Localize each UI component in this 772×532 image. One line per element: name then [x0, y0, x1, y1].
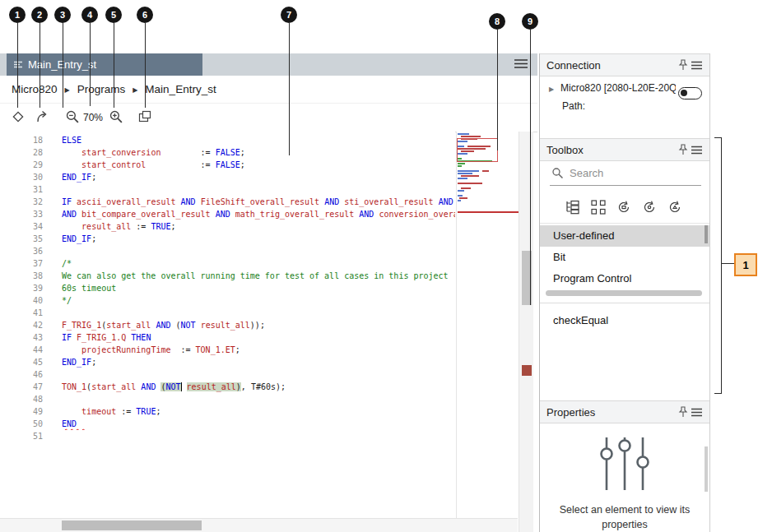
properties-empty-message: Select an element to view its: [540, 504, 709, 516]
code-line[interactable]: 32IF ascii_overall_result AND FileShift_…: [0, 196, 455, 208]
toolbox-panel-title: Toolbox: [546, 144, 677, 156]
code-line[interactable]: 3960s timeout: [0, 282, 455, 294]
properties-empty-message-2: properties: [540, 519, 709, 530]
code-line[interactable]: 43IF F_TRIG_1.Q THEN: [0, 331, 455, 344]
line-number: 32: [0, 196, 43, 208]
code-line[interactable]: 46: [0, 368, 455, 381]
toolbox-horizontal-scrollbar[interactable]: [546, 290, 702, 296]
toolbox-instruction-checkequal[interactable]: checkEqual: [540, 310, 709, 331]
go-to-icon[interactable]: [35, 109, 51, 126]
code-text: IF F_TRIG_1.Q THEN: [43, 331, 455, 344]
error-marker: [522, 365, 532, 376]
code-text: [43, 183, 455, 196]
code-line[interactable]: 47TON_1(start_all AND (NOT result_all), …: [0, 381, 455, 393]
code-line[interactable]: 51: [0, 430, 455, 442]
properties-scrollbar-thumb[interactable]: [705, 446, 708, 492]
connection-panel-title: Connection: [546, 59, 677, 72]
code-text: END: [43, 418, 455, 430]
path-label: Path:: [562, 100, 585, 112]
toolbox-grid-view-icon[interactable]: [590, 199, 608, 217]
code-text: [43, 307, 455, 319]
code-line[interactable]: 36: [0, 245, 455, 257]
toolbox-category-program-control[interactable]: Program Control: [540, 268, 709, 289]
pin-icon[interactable]: [677, 143, 690, 156]
code-text: result_all := TRUE;: [43, 220, 455, 233]
editor-toolbar: 70%: [0, 104, 537, 132]
validate-icon[interactable]: [10, 109, 26, 126]
editor-vertical-scrollbar[interactable]: [519, 132, 533, 532]
toolbox-function-blocks-icon[interactable]: [641, 199, 659, 217]
zoom-in-icon[interactable]: [108, 109, 124, 126]
code-line[interactable]: 49 timeout := TRUE;: [0, 405, 455, 418]
code-line[interactable]: 34 result_all := TRUE;: [0, 220, 455, 233]
tab-main-entry-st[interactable]: Main_Entry_st: [7, 53, 202, 76]
device-expander-icon[interactable]: ▶: [549, 86, 554, 93]
line-number: 37: [0, 257, 43, 270]
breadcrumb-item-programs[interactable]: Programs: [77, 83, 126, 95]
breadcrumb-item-main_entry_st[interactable]: Main_Entry_st: [145, 83, 216, 95]
code-text: F_TRIG_1(start_all AND (NOT result_all))…: [43, 319, 455, 331]
overview-icon[interactable]: [137, 109, 153, 126]
code-text: timeout := TRUE;: [43, 405, 455, 418]
code-line[interactable]: 40*/: [0, 294, 455, 307]
callout-box-1: 1: [734, 253, 757, 276]
connection-toggle[interactable]: [678, 87, 702, 99]
minimap[interactable]: [458, 133, 505, 224]
editor-horizontal-scrollbar[interactable]: [0, 518, 518, 532]
code-text: [43, 368, 455, 381]
breadcrumb-item-micro820[interactable]: Micro820: [12, 83, 58, 95]
tab-overflow-menu-icon[interactable]: [514, 58, 528, 72]
pin-icon[interactable]: [677, 58, 690, 72]
line-number: 43: [0, 331, 43, 344]
toolbox-category-bit[interactable]: Bit: [540, 247, 709, 268]
editor-tab-bar: Main_Entry_st: [0, 53, 537, 76]
panel-menu-icon[interactable]: [690, 58, 703, 72]
code-text: */: [43, 294, 455, 307]
screenshot-root: Main_Entry_st Micro820▶Programs▶Main_Ent…: [0, 0, 772, 532]
code-line[interactable]: 18ELSE: [0, 134, 455, 146]
code-line[interactable]: 33AND bit_compare_overall_result AND mat…: [0, 208, 455, 220]
code-line[interactable]: 45END_IF;: [0, 356, 455, 368]
callout-bracket-tick-0: [714, 137, 722, 138]
code-line[interactable]: 30END_IF;: [0, 171, 455, 183]
code-line[interactable]: 31: [0, 183, 455, 196]
panel-menu-icon[interactable]: [690, 405, 703, 419]
code-line[interactable]: 38We can also get the overall running ti…: [0, 270, 455, 282]
toolbox-category-user-defined[interactable]: User-defined: [540, 225, 709, 247]
code-text: start_conversion := FALSE;: [43, 146, 455, 159]
horizontal-scrollbar-thumb[interactable]: [62, 520, 202, 530]
code-line[interactable]: 35END_IF;: [0, 233, 455, 245]
search-icon: [551, 167, 564, 183]
vertical-scrollbar-thumb[interactable]: [522, 251, 532, 305]
toolbox-scrollbar-thumb[interactable]: [705, 225, 708, 243]
toggle-knob: [681, 90, 687, 96]
code-line[interactable]: 50END: [0, 418, 455, 430]
code-editor[interactable]: 18ELSE28 start_conversion := FALSE;29 st…: [0, 132, 455, 518]
code-text: 60s timeout: [43, 282, 455, 294]
toolbox-operators-icon[interactable]: [667, 199, 685, 217]
code-line[interactable]: 29 start_control := FALSE;: [0, 159, 455, 171]
code-text: We can also get the overall running time…: [43, 270, 455, 282]
pin-icon[interactable]: [677, 405, 690, 419]
code-text: AND bit_compare_overall_result AND math_…: [43, 208, 455, 220]
line-number: 48: [0, 393, 43, 405]
code-text: END_IF;: [43, 233, 455, 245]
code-line[interactable]: 48: [0, 393, 455, 405]
toolbox-functions-icon[interactable]: [616, 199, 634, 217]
toolbox-search-input[interactable]: Search: [550, 162, 701, 186]
line-number: 34: [0, 220, 43, 233]
code-line[interactable]: 42F_TRIG_1(start_all AND (NOT result_all…: [0, 319, 455, 331]
connected-device[interactable]: Micro820 [2080-L20E-20Q…: [560, 82, 676, 94]
panel-menu-icon[interactable]: [690, 143, 703, 156]
properties-panel-header: Properties: [540, 400, 709, 423]
toolbox-panel-header: Toolbox: [540, 138, 709, 161]
zoom-out-icon[interactable]: [64, 109, 81, 126]
line-number: 30: [0, 171, 43, 183]
code-line[interactable]: 37/*: [0, 257, 455, 270]
code-line[interactable]: 41: [0, 307, 455, 319]
breadcrumb-separator-icon: ▶: [65, 86, 70, 94]
connection-panel-header: Connection: [540, 53, 709, 76]
code-line[interactable]: 28 start_conversion := FALSE;: [0, 146, 455, 159]
toolbox-tree-view-icon[interactable]: [565, 199, 583, 217]
code-line[interactable]: 44 projectRunningTime := TON_1.ET;: [0, 344, 455, 356]
